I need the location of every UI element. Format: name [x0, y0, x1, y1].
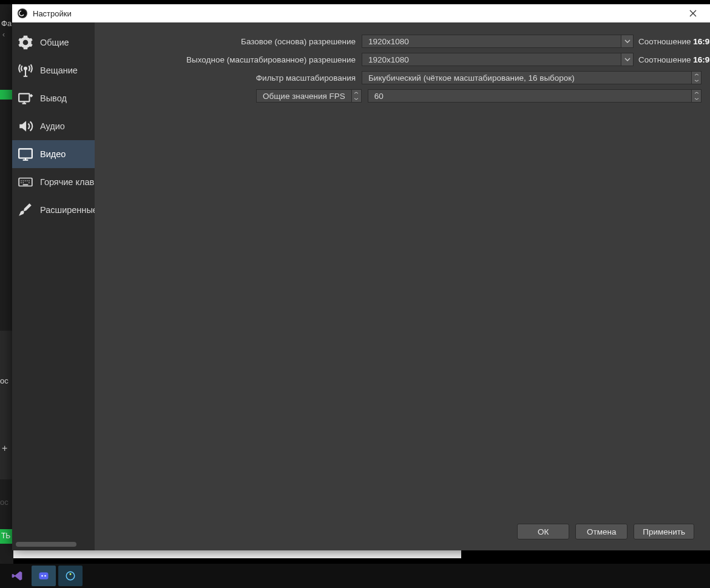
broadcast-icon	[17, 62, 34, 79]
output-resolution-value: 1920x1080	[362, 55, 621, 64]
fps-mode-value: Общие значения FPS	[257, 92, 351, 101]
svg-rect-6	[39, 572, 49, 580]
bg-text-os2: ос	[0, 498, 8, 507]
tools-icon	[17, 201, 34, 218]
chevron-down-icon[interactable]	[352, 96, 361, 102]
bg-text-os: ос	[0, 376, 8, 385]
sidebar: Общие Вещание Вывод	[12, 22, 95, 550]
taskbar-item-app[interactable]	[58, 566, 83, 586]
sidebar-item-video[interactable]: Видео	[12, 140, 95, 168]
cancel-button[interactable]: Отмена	[575, 524, 627, 539]
sidebar-item-hotkeys[interactable]: Горячие клавиши	[12, 168, 95, 196]
background-green2: ТЬ	[0, 529, 13, 544]
svg-point-7	[41, 575, 43, 577]
downscale-filter-label: Фильтр масштабирования	[95, 73, 362, 83]
bg-text-fa: Фа	[1, 19, 12, 28]
downscale-filter-combo[interactable]: Бикубический (чёткое масштабирование, 16…	[362, 71, 702, 84]
output-resolution-label: Выходное (масштабированное) разрешение	[95, 55, 362, 64]
chevron-up-icon[interactable]	[352, 90, 361, 96]
bg-plus: +	[2, 443, 7, 454]
svg-point-8	[44, 575, 46, 577]
close-button[interactable]	[681, 4, 705, 22]
spin-buttons[interactable]	[691, 72, 701, 84]
sidebar-item-label: Вывод	[40, 93, 67, 103]
sidebar-item-advanced[interactable]: Расширенные	[12, 196, 95, 224]
spin-buttons[interactable]	[351, 90, 361, 102]
titlebar: Настройки	[12, 4, 710, 22]
sidebar-item-audio[interactable]: Аудио	[12, 112, 95, 140]
chevron-down-icon[interactable]	[621, 53, 633, 66]
gear-icon	[17, 34, 34, 51]
svg-point-2	[24, 67, 27, 70]
video-icon	[17, 146, 34, 163]
sidebar-item-label: Расширенные	[40, 205, 95, 215]
sidebar-item-label: Горячие клавиши	[40, 177, 95, 187]
apply-button[interactable]: Применить	[634, 524, 694, 539]
sidebar-item-stream[interactable]: Вещание	[12, 56, 95, 84]
chevron-up-icon[interactable]	[692, 90, 701, 96]
downscale-filter-value: Бикубический (чёткое масштабирование, 16…	[362, 73, 691, 83]
keyboard-icon	[17, 174, 34, 191]
svg-rect-3	[19, 93, 29, 101]
settings-window: Настройки Общие Вещание	[12, 4, 710, 550]
fps-mode-combo[interactable]: Общие значения FPS	[256, 89, 362, 103]
sidebar-item-output[interactable]: Вывод	[12, 84, 95, 112]
taskbar	[0, 564, 710, 588]
base-resolution-value: 1920x1080	[362, 37, 621, 46]
chevron-up-icon[interactable]	[692, 72, 701, 78]
dialog-buttons: ОК Отмена Применить	[95, 519, 702, 544]
taskbar-item-visualstudio[interactable]	[5, 566, 29, 586]
chevron-down-icon[interactable]	[692, 96, 701, 102]
sidebar-scrollbar[interactable]	[16, 542, 76, 547]
fps-value-combo[interactable]: 60	[368, 89, 702, 103]
sidebar-item-general[interactable]: Общие	[12, 29, 95, 56]
ok-button[interactable]: ОК	[517, 524, 569, 539]
output-aspect-label: Соотношение 16:9	[634, 55, 702, 64]
chevron-down-icon[interactable]	[692, 78, 701, 84]
background-green	[0, 90, 13, 100]
sidebar-item-label: Аудио	[40, 121, 65, 131]
svg-point-9	[66, 572, 75, 580]
chevron-down-icon[interactable]	[621, 35, 633, 47]
background-dark	[0, 331, 13, 479]
sidebar-item-label: Видео	[40, 149, 66, 159]
base-resolution-combo[interactable]: 1920x1080	[362, 35, 634, 48]
output-resolution-combo[interactable]: 1920x1080	[362, 53, 634, 66]
bg-back-arrow: ‹	[2, 30, 5, 39]
sidebar-item-label: Вещание	[40, 66, 78, 75]
base-aspect-label: Соотношение 16:9	[634, 37, 702, 46]
base-resolution-label: Базовое (основа) разрешение	[95, 37, 362, 46]
sidebar-item-label: Общие	[40, 38, 69, 47]
svg-rect-4	[19, 149, 32, 158]
svg-point-10	[70, 573, 72, 575]
obs-logo-icon	[17, 8, 28, 19]
window-title: Настройки	[33, 9, 72, 18]
fps-value: 60	[368, 92, 691, 101]
audio-icon	[17, 118, 34, 135]
taskbar-item-discord[interactable]	[32, 566, 56, 586]
output-icon	[17, 90, 34, 107]
spin-buttons[interactable]	[691, 90, 701, 102]
